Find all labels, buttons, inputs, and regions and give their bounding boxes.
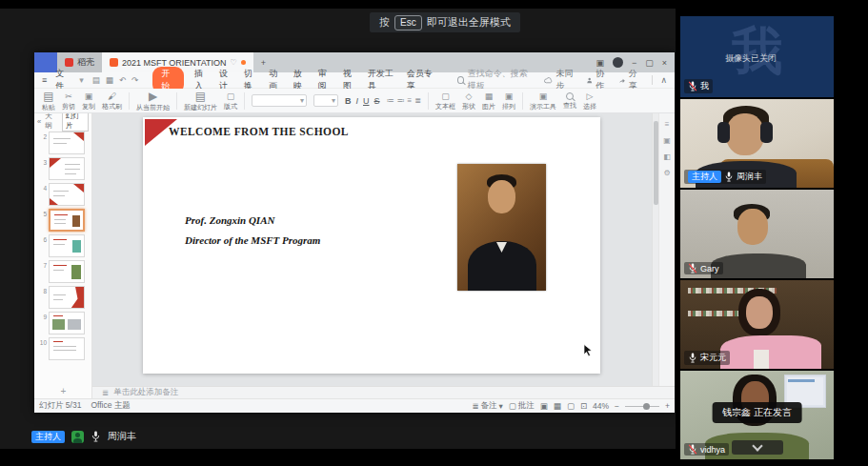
tab-outline[interactable]: 大纲 <box>45 113 58 131</box>
strip-outline-icon[interactable]: ≡ <box>665 120 670 129</box>
notes-placeholder[interactable]: 单击此处添加备注 <box>113 387 178 398</box>
notes-icon: ≣ <box>102 388 109 397</box>
speaker-name: Prof. Zongxin QIAN <box>185 211 320 231</box>
current-slide[interactable]: WELCOME FROM THE SCHOOL Prof. Zongxin QI… <box>143 117 600 374</box>
account-avatar[interactable] <box>613 57 623 68</box>
font-size-combobox[interactable]: ▾ <box>313 94 338 107</box>
file-dropdown-icon[interactable]: ▾ <box>79 75 84 85</box>
notes-toggle-button[interactable]: ≣备注▾ <box>472 400 502 412</box>
muted-mic-icon <box>688 81 697 91</box>
print-icon[interactable]: ▦ <box>106 75 113 85</box>
wps-home-button[interactable] <box>34 52 57 72</box>
slide-thumbnail[interactable]: 3 <box>38 157 90 180</box>
strikethrough-button[interactable]: S <box>374 96 380 106</box>
notes-bar[interactable]: ≣ 单击此处添加备注 <box>92 386 675 398</box>
participant-silhouette <box>746 296 773 329</box>
formatting-toolbar: ▤粘贴 ✂剪切 ▣复制 🖌格式刷 ▶从当前开始 ▤新建幻灯片 ▢版式 ▾ ▾ B… <box>34 89 675 113</box>
selected-thumbnail[interactable] <box>49 209 85 232</box>
thumbnail-number: 3 <box>38 157 47 166</box>
slide-thumbnail[interactable]: 8 <box>38 286 90 309</box>
favorite-heart-icon[interactable]: ♡ <box>231 58 237 67</box>
zoom-out-button[interactable]: − <box>615 401 619 411</box>
shape-button[interactable]: ◇形状 <box>462 92 475 110</box>
theme-name[interactable]: Office 主题 <box>91 400 130 412</box>
headphone-icon <box>760 122 773 143</box>
present-tools-button[interactable]: ▣演示工具 <box>530 92 556 110</box>
video-tile-vidhya[interactable]: 钱宗鑫 正在发言 vidhya <box>680 371 834 459</box>
redo-icon[interactable]: ↷ <box>131 75 138 85</box>
participants-panel: 我 摄像头已关闭 我 主持人 <box>680 0 834 466</box>
bold-button[interactable]: B <box>345 96 352 106</box>
fullscreen-exit-tooltip: 按 Esc 即可退出全屏模式 <box>370 12 520 32</box>
view-sorter-button[interactable]: ▦ <box>554 401 561 411</box>
video-tile-self[interactable]: 我 摄像头已关闭 我 <box>680 16 834 97</box>
portrait-face <box>488 180 515 213</box>
play-from-current-button[interactable]: ▶从当前开始 <box>136 91 170 111</box>
thumbnail-number: 5 <box>38 209 47 217</box>
zoom-slider-knob[interactable] <box>643 403 650 410</box>
text-box-button[interactable]: ▢文本框 <box>435 92 455 110</box>
collapse-panel-icon[interactable]: « <box>37 117 41 126</box>
layout-button[interactable]: ▢版式 <box>224 92 237 110</box>
select-button[interactable]: ▷选择 <box>583 92 596 110</box>
slide-thumbnail[interactable]: 10 <box>38 337 90 360</box>
slide-thumbnail[interactable]: 4 <box>38 183 90 206</box>
hamburger-menu-icon[interactable]: ≡ <box>42 75 47 85</box>
paragraph-buttons[interactable]: ≔≕≡≣ <box>387 96 421 105</box>
quick-access-toolbar: ▤ ▦ ↶ ↷ <box>92 75 138 85</box>
divider <box>244 92 245 110</box>
strip-layout-icon[interactable]: ▣ <box>663 136 671 145</box>
copy-button[interactable]: ▣复制 <box>82 92 95 110</box>
speaker-role: Director of the MSFT Program <box>185 231 320 251</box>
collapse-ribbon-icon[interactable]: ∧ <box>660 75 667 85</box>
video-tile-gary[interactable]: Gary <box>680 190 834 278</box>
underline-button[interactable]: U <box>363 96 370 106</box>
search-icon <box>457 76 464 84</box>
video-tile-song[interactable]: 宋元元 <box>680 280 834 369</box>
paste-button[interactable]: ▤粘贴 <box>42 91 55 111</box>
arrange-button[interactable]: ▣排列 <box>502 92 515 110</box>
strip-settings-icon[interactable]: ⚙ <box>663 169 670 177</box>
slide-title: WELCOME FROM THE SCHOOL <box>169 126 349 137</box>
divider <box>522 92 523 110</box>
format-painter-button[interactable]: 🖌格式刷 <box>102 92 122 110</box>
thumbnail-number: 10 <box>38 337 47 346</box>
panel-tabs: « 大纲 幻灯片 <box>34 113 91 129</box>
tab-slides[interactable]: 幻灯片 <box>62 113 89 132</box>
zoom-in-button[interactable]: + <box>665 401 670 411</box>
minimize-button[interactable]: − <box>632 58 636 68</box>
slide-thumbnail[interactable]: 9 <box>38 312 90 334</box>
cut-button[interactable]: ✂剪切 <box>62 92 75 110</box>
vertical-scrollbar[interactable] <box>652 113 658 386</box>
participant-silhouette <box>720 335 821 369</box>
thumbnail-number: 6 <box>38 234 47 243</box>
undo-icon[interactable]: ↶ <box>119 75 126 85</box>
participant-name: 宋元元 <box>700 352 726 364</box>
document-body: « 大纲 幻灯片 2 3 4 5 <box>34 113 675 386</box>
slide-thumbnail[interactable]: 2 <box>38 132 90 154</box>
layout-switch-icon[interactable]: ▣ <box>595 58 604 68</box>
participant-silhouette <box>726 113 764 155</box>
video-tile-host[interactable]: 主持人 周润丰 <box>680 99 834 188</box>
close-button[interactable]: × <box>662 58 667 68</box>
view-reading-button[interactable]: ▢ <box>567 401 575 411</box>
strip-panes-icon[interactable]: ◧ <box>663 152 671 161</box>
restore-button[interactable]: ▢ <box>645 58 654 68</box>
picture-button[interactable]: ▦图片 <box>482 92 495 110</box>
comments-toggle-button[interactable]: ▢批注 <box>509 400 535 412</box>
slide-thumbnail[interactable]: 6 <box>38 234 90 257</box>
italic-button[interactable]: I <box>356 96 359 106</box>
new-slide-button[interactable]: ▤新建幻灯片 <box>184 91 217 111</box>
zoom-slider[interactable] <box>625 406 659 407</box>
font-name-combobox[interactable]: ▾ <box>252 94 307 107</box>
save-icon[interactable]: ▤ <box>92 75 100 85</box>
collapse-tiles-button[interactable] <box>732 440 783 455</box>
slide-thumbnail-panel: « 大纲 幻灯片 2 3 4 5 <box>34 113 92 398</box>
add-slide-button[interactable]: + <box>34 386 92 396</box>
slide-thumbnail[interactable]: 5 <box>38 209 90 232</box>
slide-thumbnail[interactable]: 7 <box>38 260 90 283</box>
find-button[interactable]: 查找 <box>563 92 576 109</box>
view-normal-button[interactable]: ▣ <box>540 401 548 411</box>
camera-off-text: 摄像头已关闭 <box>725 52 777 65</box>
fit-to-window-button[interactable]: ⊡ <box>580 401 587 411</box>
